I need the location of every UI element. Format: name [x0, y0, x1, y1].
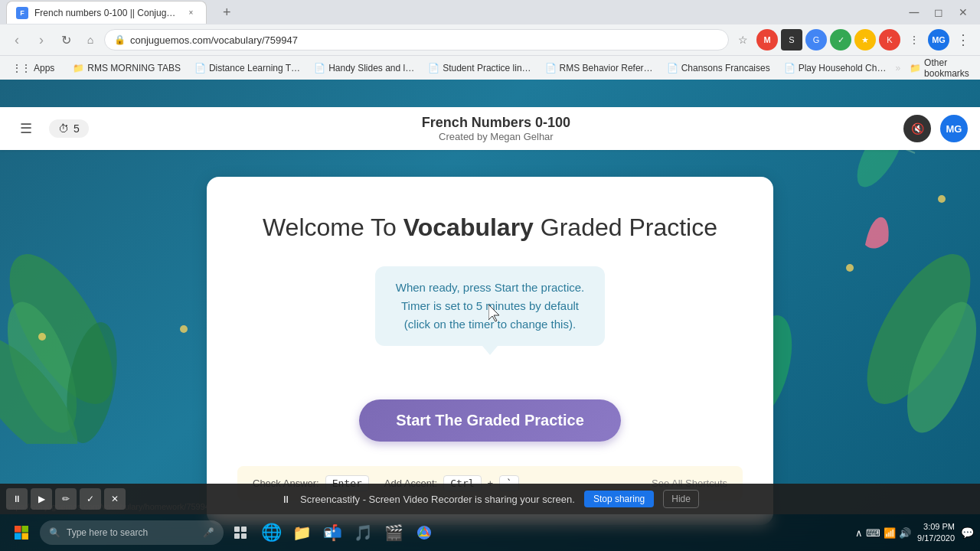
maximize-button[interactable]: ◻ [928, 2, 949, 23]
stop-sharing-button[interactable]: Stop sharing [584, 491, 654, 507]
info-line3: (click on the timer to change this). [394, 315, 586, 334]
annotate-button[interactable]: ✏ [55, 488, 77, 510]
doc-icon: 📄 [194, 63, 206, 73]
mic-icon: 🎤 [203, 527, 214, 538]
doc2-icon: 📄 [314, 63, 325, 73]
taskbar: 🔍 Type here to search 🎤 🌐 📁 📬 🎵 🎬 ∧ ⌨ [0, 514, 980, 551]
extensions-button[interactable]: ⋮ [903, 29, 925, 51]
taskbar-clock[interactable]: 3:09 PM 9/17/2020 [917, 521, 955, 545]
bookmark-rms-morning[interactable]: 📁 RMS MORNING TABS [67, 60, 187, 77]
bookmark-chansons[interactable]: 📄 Chansons Francaises [661, 60, 776, 77]
welcome-post: Graded Practice [534, 214, 717, 241]
bookmark-play-household[interactable]: 📄 Play Household Ch… [778, 60, 893, 77]
timer-icon: ⏱ [58, 122, 69, 135]
pause-recording-button[interactable]: ⏸ [6, 488, 28, 510]
doc6-icon: 📄 [784, 63, 795, 73]
ext4-icon[interactable]: ✓ [830, 29, 851, 51]
address-bar-row: ‹ › ↻ ⌂ 🔒 conjuguemos.com/vocabulary/759… [0, 24, 980, 55]
svg-rect-16 [22, 526, 29, 533]
home-button[interactable]: ⌂ [80, 29, 101, 51]
screencastify-taskbar[interactable]: 🎬 [380, 519, 407, 546]
info-bubble: When ready, press Start the practice. Ti… [375, 266, 605, 346]
svg-rect-15 [15, 526, 21, 533]
profile-avatar[interactable]: MG [928, 29, 949, 51]
header-right: 🔇 MG [903, 115, 968, 142]
user-initials: MG [946, 123, 962, 135]
system-tray: ∧ ⌨ 📶 🔊 [855, 527, 911, 539]
screencast-bar: ⏸ Screencastify - Screen Video Recorder … [0, 484, 980, 514]
user-avatar[interactable]: MG [940, 115, 968, 142]
mute-button[interactable]: 🔇 [903, 115, 931, 142]
minimize-button[interactable]: ─ [903, 2, 925, 23]
info-line2: Timer is set to 5 minutes by default [394, 297, 586, 315]
hamburger-menu[interactable]: ☰ [12, 115, 40, 142]
doc3-icon: 📄 [428, 63, 439, 73]
edge-browser-taskbar[interactable]: 🌐 [257, 519, 285, 546]
welcome-pre: Welcome To [263, 214, 403, 241]
ext5-icon[interactable]: ★ [854, 29, 876, 51]
keyboard-icon[interactable]: ⌨ [866, 527, 880, 539]
doc4-icon: 📄 [545, 63, 557, 73]
tab-favicon: F [16, 7, 28, 19]
bookmark-star-button[interactable]: ☆ [732, 29, 753, 51]
screencast-message: Screencastify - Screen Video Recorder is… [300, 494, 575, 505]
svg-rect-21 [234, 533, 240, 539]
clock-time: 3:09 PM [917, 521, 955, 533]
groove-music-taskbar[interactable]: 🎵 [349, 519, 377, 546]
bookmark-distance-learning[interactable]: 📄 Distance Learning T… [188, 60, 306, 77]
ext3-icon[interactable]: G [805, 29, 827, 51]
ext2-icon[interactable]: S [781, 29, 802, 51]
stop-recording-button[interactable]: ✕ [104, 488, 126, 510]
address-bar[interactable]: 🔒 conjuguemos.com/vocabulary/759947 [104, 29, 729, 51]
search-icon: 🔍 [49, 527, 60, 538]
volume-icon[interactable]: 🔊 [899, 527, 911, 539]
chrome-taskbar[interactable] [410, 519, 438, 546]
close-window-button[interactable]: ✕ [952, 2, 974, 23]
ext6-icon[interactable]: K [879, 29, 900, 51]
bookmark-handy-slides[interactable]: 📄 Handy Slides and l… [308, 60, 420, 77]
bookmark-student-practice[interactable]: 📄 Student Practice lin… [422, 60, 537, 77]
bookmarks-bar: ⋮⋮ Apps 📁 RMS MORNING TABS 📄 Distance Le… [0, 55, 980, 80]
search-placeholder: Type here to search [67, 527, 148, 538]
svg-rect-18 [22, 533, 29, 540]
notification-icon[interactable]: 💬 [961, 527, 974, 539]
welcome-bold: Vocabulary [403, 214, 534, 241]
taskbar-search[interactable]: 🔍 Type here to search 🎤 [40, 520, 224, 545]
folder2-icon: 📁 [910, 63, 921, 73]
network-icon[interactable]: 📶 [884, 527, 896, 539]
mail-taskbar[interactable]: 📬 [318, 519, 346, 546]
tab-title: French numbers 0-100 || Conjug… [34, 8, 175, 18]
header-left: ☰ ⏱ 5 [12, 115, 89, 142]
task-view-button[interactable] [227, 519, 254, 546]
header-title: French Numbers 0-100 [89, 115, 903, 131]
recording-controls: ⏸ ▶ ✏ ✓ ✕ [0, 484, 132, 514]
browser-chrome: F French numbers 0-100 || Conjug… × + ─ … [0, 0, 980, 80]
svg-rect-19 [234, 527, 240, 532]
welcome-title: Welcome To Vocabulary Graded Practice [237, 214, 743, 242]
bookmark-rms-behavior[interactable]: 📄 RMS Behavior Refer… [539, 60, 659, 77]
confirm-button[interactable]: ✓ [80, 488, 101, 510]
secure-icon: 🔒 [114, 34, 126, 45]
hide-button[interactable]: Hide [663, 490, 699, 508]
title-bar: F French numbers 0-100 || Conjug… × + ─ … [0, 0, 980, 24]
app-header: ☰ ⏱ 5 French Numbers 0-100 Created by Me… [0, 107, 980, 150]
back-button[interactable]: ‹ [6, 29, 28, 51]
play-recording-button[interactable]: ▶ [31, 488, 52, 510]
file-explorer-taskbar[interactable]: 📁 [288, 519, 315, 546]
gmail-icon[interactable]: M [756, 29, 778, 51]
browser-tab[interactable]: F French numbers 0-100 || Conjug… × [6, 1, 207, 24]
tab-close-button[interactable]: × [185, 7, 197, 19]
url-text: conjuguemos.com/vocabulary/759947 [130, 34, 298, 46]
timer-badge[interactable]: ⏱ 5 [49, 119, 89, 138]
spacer [237, 377, 743, 399]
show-hidden-icon[interactable]: ∧ [855, 527, 863, 539]
other-bookmarks[interactable]: 📁 Other bookmarks [903, 54, 975, 82]
windows-start-button[interactable] [6, 517, 37, 548]
new-tab-button[interactable]: + [216, 2, 237, 23]
header-subtitle: Created by Megan Gelhar [89, 131, 903, 142]
refresh-button[interactable]: ↻ [55, 29, 77, 51]
bookmark-apps[interactable]: ⋮⋮ Apps [6, 60, 60, 77]
forward-button[interactable]: › [31, 29, 52, 51]
more-menu-button[interactable]: ⋮ [952, 29, 974, 51]
start-practice-button[interactable]: Start The Graded Practice [359, 399, 621, 442]
